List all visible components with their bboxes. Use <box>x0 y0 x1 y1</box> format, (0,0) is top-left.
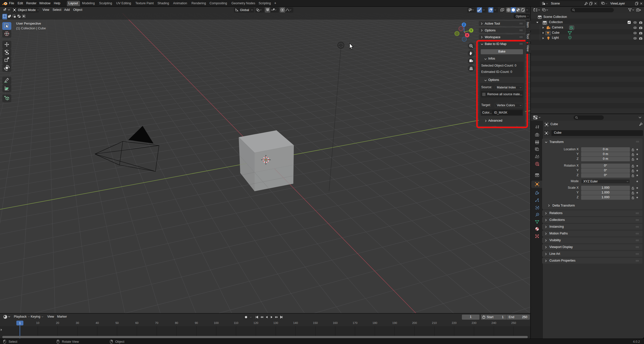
svg-text:200: 200 <box>412 321 417 324</box>
svg-text:240: 240 <box>492 321 496 324</box>
svg-text:190: 190 <box>392 321 397 324</box>
svg-text:150: 150 <box>313 321 318 324</box>
svg-text:70: 70 <box>155 321 158 324</box>
svg-text:20: 20 <box>56 321 59 324</box>
svg-text:60: 60 <box>135 321 139 324</box>
svg-text:110: 110 <box>234 321 238 324</box>
svg-text:80: 80 <box>175 321 178 324</box>
svg-text:30: 30 <box>76 321 79 324</box>
svg-text:170: 170 <box>353 321 357 324</box>
svg-text:140: 140 <box>293 321 298 324</box>
svg-text:100: 100 <box>214 321 219 324</box>
svg-text:160: 160 <box>333 321 338 324</box>
svg-text:90: 90 <box>195 321 198 324</box>
svg-text:1: 1 <box>19 321 21 325</box>
svg-text:220: 220 <box>452 321 457 324</box>
svg-text:Y: Y <box>470 29 472 32</box>
svg-text:120: 120 <box>254 321 258 324</box>
svg-text:230: 230 <box>472 321 476 324</box>
svg-text:X: X <box>466 34 468 37</box>
svg-text:180: 180 <box>373 321 377 324</box>
svg-text:250: 250 <box>511 321 516 324</box>
svg-text:130: 130 <box>273 321 278 324</box>
svg-text:Z: Z <box>463 23 465 26</box>
svg-text:10: 10 <box>36 321 39 324</box>
svg-text:40: 40 <box>96 321 99 324</box>
svg-text:50: 50 <box>115 321 119 324</box>
svg-text:210: 210 <box>432 321 437 324</box>
